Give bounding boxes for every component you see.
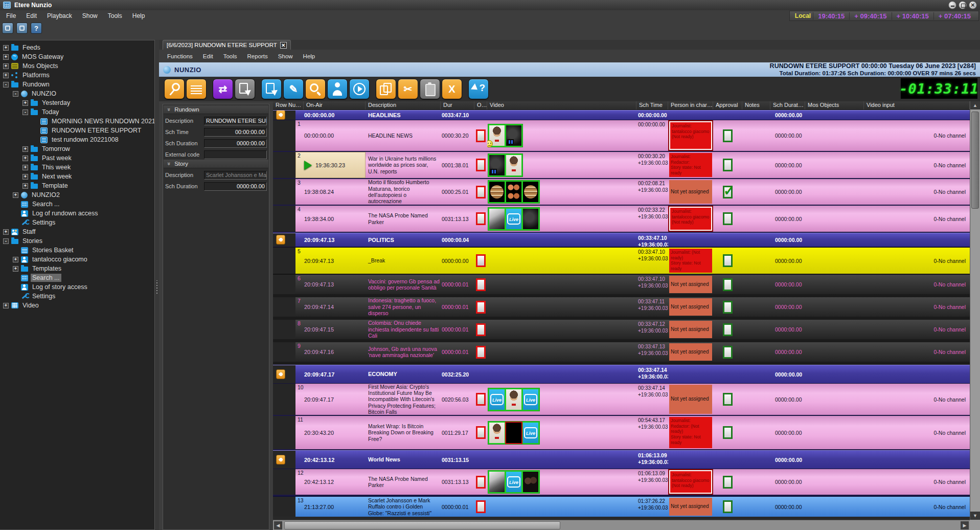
moon-thumbnail[interactable] <box>489 472 505 492</box>
column-header-description[interactable]: Description <box>366 101 441 109</box>
rundown-tab[interactable]: [6/6/2023] RUNDOWN ETERE SUPPORT ✕ <box>163 40 291 50</box>
dark-thumbnail[interactable] <box>489 155 505 175</box>
rundown-group-row[interactable]: 20:42:13.12World News0031:13.1501:06:13.… <box>273 450 970 469</box>
sidebar-item-template-15[interactable]: +Template <box>0 181 154 190</box>
onair-checkbox[interactable] <box>476 186 486 198</box>
column-header-row-number[interactable]: Row Number <box>273 101 304 109</box>
column-header-sch-time[interactable]: Sch Time <box>636 101 668 109</box>
tree-expander-icon[interactable]: + <box>22 165 28 170</box>
description-input[interactable]: Scarlet Johansson e Mark F <box>204 171 267 180</box>
description-cell[interactable]: HEADLINE NEWS <box>366 120 441 151</box>
menu-item-help[interactable]: Help <box>127 11 150 20</box>
external-code-input[interactable] <box>204 150 267 159</box>
mos-objects-cell[interactable] <box>805 497 864 517</box>
mos-objects-cell[interactable] <box>805 120 864 151</box>
description-cell[interactable]: First Mover Asia: Crypto's Institutional… <box>366 384 441 415</box>
column-header-approval[interactable]: Approval <box>713 101 742 109</box>
moon-thumbnail[interactable] <box>489 209 505 229</box>
quick-button-1[interactable] <box>2 23 13 34</box>
live-thumbnail[interactable] <box>523 389 538 410</box>
notes-cell[interactable] <box>742 297 770 317</box>
mos-objects-cell[interactable] <box>805 342 864 362</box>
column-header-on-air[interactable]: On-Air <box>304 101 366 109</box>
person-in-charge-cell[interactable] <box>668 451 713 469</box>
rundown-group-row[interactable]: 20:09:47.13POLITICS0000:00.0400:33:47.10… <box>273 233 970 247</box>
onair-cell[interactable]: 1321:13:27.00 <box>295 497 366 517</box>
rundown-menu-item-tools[interactable]: Tools <box>218 52 242 60</box>
couple-thumbnail[interactable] <box>523 472 538 492</box>
export-button[interactable] <box>235 79 255 99</box>
column-header-on[interactable]: On... <box>474 101 487 109</box>
person-in-charge-cell[interactable] <box>668 111 713 120</box>
tab-close-icon[interactable]: ✕ <box>280 42 287 49</box>
group-collapse-icon[interactable] <box>276 455 285 465</box>
onair-cell[interactable]: 219:36:30.23 <box>295 152 366 178</box>
mos-objects-cell[interactable] <box>805 152 864 178</box>
rundown-menu-item-reports[interactable]: Reports <box>242 52 273 60</box>
mos-objects-cell[interactable] <box>805 206 864 232</box>
rundown-story-row[interactable]: 419:38:34.00The NASA Probe Named Parker0… <box>273 206 970 233</box>
paste-button[interactable] <box>420 79 440 99</box>
group-collapse-icon[interactable] <box>276 110 285 120</box>
notes-cell[interactable] <box>742 320 770 339</box>
mos-objects-cell[interactable] <box>805 416 864 449</box>
person-in-charge-cell[interactable]: Journalist: tantalocco giacomo (Not read… <box>668 469 713 495</box>
maximize-button[interactable] <box>959 1 967 9</box>
person-in-charge-cell[interactable] <box>668 365 713 383</box>
sidebar-item-staff-20[interactable]: +Staff <box>0 227 154 236</box>
sidebar-item-today-7[interactable]: -Today <box>0 107 154 117</box>
approval-checkbox[interactable] <box>723 500 733 513</box>
delete-button[interactable]: X <box>442 79 462 99</box>
tree-expander-icon[interactable]: + <box>3 45 9 51</box>
person-in-charge-cell[interactable]: Journalist: tantalocco giacomo (Not read… <box>668 120 713 151</box>
sidebar-item-past-week-12[interactable]: +Past week <box>0 153 154 163</box>
black-thumbnail[interactable] <box>506 423 521 443</box>
description-cell[interactable]: Indonesia: traghetto a fuoco, salve 274 … <box>366 297 441 317</box>
sidebar-item-mos-objects-2[interactable]: +Mos Objects <box>0 61 154 71</box>
rundown-menu-item-help[interactable]: Help <box>298 52 321 60</box>
sidebar-item-search-25[interactable]: Search ... <box>0 273 154 282</box>
onair-checkbox[interactable] <box>476 129 486 142</box>
rundown-story-row[interactable]: 1321:13:27.00Scarlet Johansson e Mark Ru… <box>273 496 970 517</box>
mos-objects-cell[interactable] <box>805 451 864 469</box>
rundown-story-row[interactable]: 1120:30:43.20Market Wrap: Is Bitcoin Bre… <box>273 416 970 450</box>
context-help-button[interactable] <box>468 79 489 99</box>
rundown-menu-item-edit[interactable]: Edit <box>198 52 218 60</box>
tree-expander-icon[interactable]: + <box>22 100 28 106</box>
sidebar-item-templates-24[interactable]: +Templates <box>0 264 154 273</box>
video-thumbnails[interactable] <box>488 153 523 177</box>
live-thumbnail[interactable] <box>523 423 538 443</box>
dark-thumbnail[interactable] <box>506 125 521 146</box>
description-cell[interactable]: War in Ukraine hurts millions worldwide … <box>366 152 441 178</box>
jupiter-thumbnail[interactable] <box>489 182 505 202</box>
person-in-charge-cell[interactable]: Not yet assigned <box>668 342 713 362</box>
notes-cell[interactable] <box>742 416 770 449</box>
sidebar-item-platforms-3[interactable]: +Platforms <box>0 71 154 80</box>
mos-objects-cell[interactable] <box>805 233 864 247</box>
send-story-button[interactable] <box>261 79 282 99</box>
tree-expander-icon[interactable]: + <box>13 266 18 272</box>
planets-thumbnail[interactable] <box>506 182 521 202</box>
horizontal-scroll-thumb[interactable] <box>284 521 560 529</box>
notes-cell[interactable] <box>742 111 770 120</box>
onair-checkbox[interactable] <box>476 500 486 513</box>
approval-checkbox[interactable] <box>723 212 733 225</box>
sidebar-item-search-17[interactable]: Search ... <box>0 200 154 209</box>
tree-expander-icon[interactable]: + <box>3 63 9 69</box>
notes-cell[interactable] <box>742 233 770 247</box>
tree-expander-icon[interactable]: - <box>22 109 28 115</box>
person-button[interactable] <box>327 79 348 99</box>
person-in-charge-cell[interactable]: Not yet assigned <box>668 275 713 294</box>
onair-cell[interactable]: 1220:42:13.12 <box>295 469 366 495</box>
mos-objects-cell[interactable] <box>805 297 864 317</box>
menu-item-playback[interactable]: Playback <box>42 11 77 20</box>
description-cell[interactable]: World News <box>366 451 441 469</box>
rundown-story-row[interactable]: 219:36:30.23War in Ukraine hurts million… <box>273 152 970 179</box>
tree-expander-icon[interactable]: + <box>3 73 9 78</box>
description-cell[interactable]: Morto il filosofo Humberto Maturana, teo… <box>366 179 441 205</box>
cut-button[interactable]: ✂ <box>398 79 418 99</box>
minimize-button[interactable] <box>948 1 956 9</box>
copy-button[interactable] <box>376 79 396 99</box>
sidebar-item-log-of-story-access-26[interactable]: Log of story access <box>0 282 154 292</box>
live-thumbnail[interactable] <box>506 472 521 492</box>
